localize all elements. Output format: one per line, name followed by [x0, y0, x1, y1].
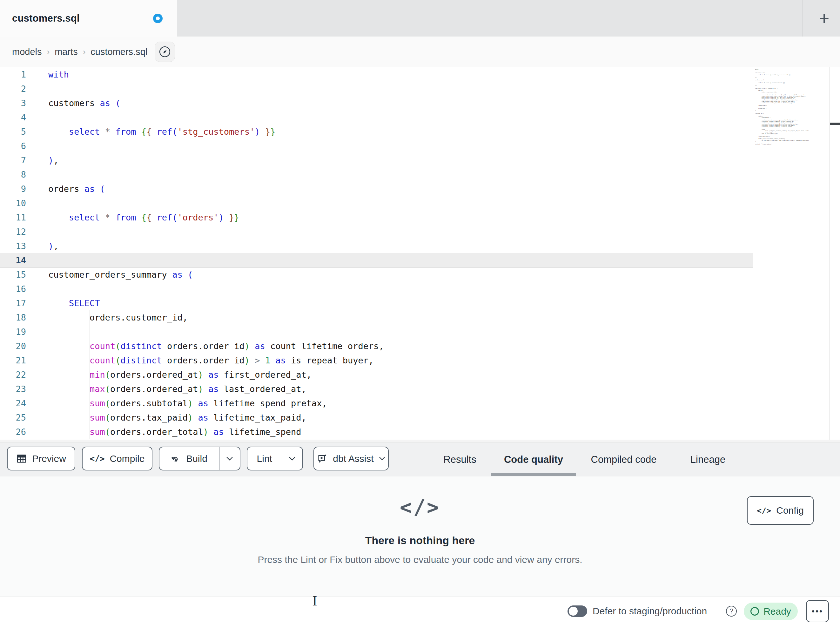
code-line[interactable]: 18 orders.customer_id, — [0, 310, 840, 325]
code-line-text: min(orders.ordered_at) as first_ordered_… — [48, 367, 311, 382]
code-line[interactable]: 6 — [0, 139, 840, 153]
code-line[interactable]: 1with — [0, 67, 840, 82]
code-quality-panel: </> There is nothing here Press the Lint… — [0, 476, 840, 596]
code-line[interactable]: 5 select * from {{ ref('stg_customers') … — [0, 125, 840, 139]
code-line[interactable]: 12 — [0, 225, 840, 239]
line-number[interactable]: 16 — [0, 282, 36, 296]
vertical-scrollbar-thumb[interactable] — [830, 123, 840, 125]
help-icon[interactable]: ? — [726, 606, 737, 617]
code-line[interactable]: 15customer_orders_summary as ( — [0, 267, 840, 282]
line-number[interactable]: 9 — [0, 182, 36, 196]
indent-guide — [69, 196, 69, 239]
line-number[interactable]: 4 — [0, 110, 36, 125]
code-line[interactable]: 16 — [0, 282, 840, 296]
code-editor[interactable]: 1with23customers as (45 select * from {{… — [0, 67, 840, 442]
lint-dropdown-button[interactable] — [282, 447, 302, 470]
code-line[interactable]: 13), — [0, 239, 840, 253]
horizontal-scrollbar-track[interactable] — [0, 440, 840, 442]
tab-code-quality[interactable]: Code quality — [491, 443, 576, 477]
code-line[interactable]: 26 sum(orders.order_total) as lifetime_s… — [0, 425, 840, 439]
line-number[interactable]: 22 — [0, 367, 36, 382]
code-line[interactable]: 8 — [0, 168, 840, 182]
tab-bar-divider — [802, 0, 802, 36]
line-number[interactable]: 10 — [0, 196, 36, 210]
code-line-text: sum(orders.tax_paid) as lifetime_tax_pai… — [48, 410, 306, 425]
lint-button[interactable]: Lint — [247, 453, 282, 464]
line-number[interactable]: 12 — [0, 225, 36, 239]
line-number[interactable]: 7 — [0, 153, 36, 168]
chat-sparkle-icon — [317, 453, 328, 464]
line-number[interactable]: 20 — [0, 339, 36, 353]
breadcrumb-file[interactable]: customers.sql — [90, 47, 147, 57]
code-line[interactable]: 24 sum(orders.subtotal) as lifetime_spen… — [0, 396, 840, 410]
build-button[interactable]: Build — [159, 453, 219, 464]
line-number[interactable]: 14 — [0, 253, 36, 267]
breadcrumb-marts[interactable]: marts — [55, 47, 78, 57]
code-line[interactable]: 23 max(orders.ordered_at) as last_ordere… — [0, 382, 840, 396]
explore-lineage-button[interactable] — [155, 42, 175, 62]
code-line[interactable]: 21 count(distinct orders.order_id) > 1 a… — [0, 353, 840, 367]
code-line-text: customers as ( — [48, 96, 121, 110]
lint-button-label: Lint — [257, 453, 272, 464]
defer-toggle[interactable] — [567, 606, 587, 617]
code-line[interactable]: 10 — [0, 196, 840, 210]
code-line-text: sum(orders.subtotal) as lifetime_spend_p… — [48, 396, 327, 410]
tab-compiled-code[interactable]: Compiled code — [576, 443, 671, 477]
line-number[interactable]: 21 — [0, 353, 36, 367]
line-number[interactable]: 8 — [0, 168, 36, 182]
code-line-text: ), — [48, 153, 59, 168]
build-dropdown-button[interactable] — [219, 447, 240, 470]
code-line-text: orders as ( — [48, 182, 105, 196]
line-number[interactable]: 1 — [0, 67, 36, 82]
toggle-knob — [569, 607, 578, 615]
compile-button[interactable]: </> Compile — [82, 447, 152, 470]
new-tab-button[interactable]: + — [808, 0, 840, 36]
line-number[interactable]: 17 — [0, 296, 36, 310]
preview-button[interactable]: Preview — [7, 447, 75, 470]
chevron-down-icon — [289, 456, 296, 461]
line-number[interactable]: 13 — [0, 239, 36, 253]
tab-customers-sql[interactable]: customers.sql — [0, 0, 177, 36]
line-number[interactable]: 11 — [0, 210, 36, 225]
line-number[interactable]: 18 — [0, 310, 36, 325]
overflow-menu-button[interactable]: ••• — [806, 600, 829, 622]
code-line[interactable]: 25 sum(orders.tax_paid) as lifetime_tax_… — [0, 410, 840, 425]
dbt-assist-button[interactable]: dbt Assist — [313, 447, 389, 470]
code-line[interactable]: 20 count(distinct orders.order_id) as co… — [0, 339, 840, 353]
code-line[interactable]: 17 SELECT — [0, 296, 840, 310]
code-line[interactable]: 2 — [0, 82, 840, 96]
breadcrumb-models[interactable]: models — [12, 47, 42, 57]
line-number[interactable]: 3 — [0, 96, 36, 110]
line-number[interactable]: 25 — [0, 410, 36, 425]
code-line[interactable]: 3customers as ( — [0, 96, 840, 110]
code-line[interactable]: 7), — [0, 153, 840, 168]
line-number[interactable]: 26 — [0, 425, 36, 439]
line-number[interactable]: 5 — [0, 125, 36, 139]
ready-status-badge[interactable]: Ready — [744, 603, 798, 620]
tab-title: customers.sql — [12, 13, 80, 24]
line-number[interactable]: 24 — [0, 396, 36, 410]
line-number[interactable]: 15 — [0, 267, 36, 282]
line-number[interactable]: 23 — [0, 382, 36, 396]
chevron-right-icon: › — [47, 47, 50, 57]
code-line[interactable]: 11 select * from {{ ref('orders') }} — [0, 210, 840, 225]
line-number[interactable]: 2 — [0, 82, 36, 96]
build-button-label: Build — [186, 453, 207, 464]
table-grid-icon — [16, 453, 27, 464]
minimap[interactable]: with customers as ( select * from {{ ref… — [755, 69, 809, 148]
code-line[interactable]: 9orders as ( — [0, 182, 840, 196]
tab-lineage[interactable]: Lineage — [671, 443, 744, 477]
code-line[interactable]: 14 — [0, 253, 753, 267]
line-number[interactable]: 6 — [0, 139, 36, 153]
line-number[interactable]: 19 — [0, 325, 36, 339]
empty-state-subtitle: Press the Lint or Fix button above to ev… — [257, 554, 582, 565]
indent-guide — [90, 310, 90, 439]
code-line[interactable]: 19 — [0, 325, 840, 339]
tab-results[interactable]: Results — [429, 443, 491, 477]
code-line[interactable]: 22 min(orders.ordered_at) as first_order… — [0, 367, 840, 382]
config-button[interactable]: </> Config — [747, 496, 814, 525]
ready-status-label: Ready — [763, 606, 791, 617]
indent-guide — [69, 110, 69, 153]
code-line[interactable]: 4 — [0, 110, 840, 125]
status-bar: Defer to staging/production ? Ready ••• — [0, 596, 840, 625]
